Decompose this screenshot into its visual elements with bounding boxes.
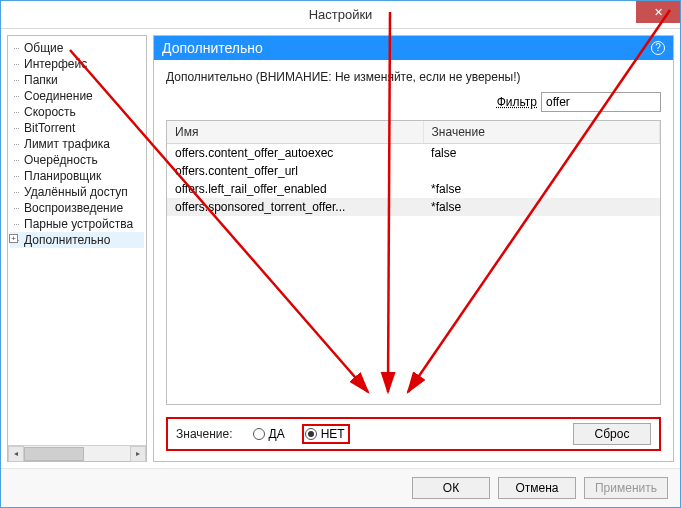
dialog-footer: ОК Отмена Применить — [1, 468, 680, 507]
table-row[interactable]: offers.content_offer_autoexecfalse — [167, 144, 660, 163]
radio-yes-label: ДА — [269, 427, 285, 441]
expand-icon[interactable]: + — [9, 234, 18, 243]
radio-no-label: НЕТ — [321, 427, 345, 441]
cell-name: offers.content_offer_autoexec — [167, 144, 423, 163]
sidebar-item[interactable]: Папки — [10, 72, 144, 88]
panel-header: Дополнительно ? — [154, 36, 673, 60]
help-icon[interactable]: ? — [651, 41, 665, 55]
cell-value: *false — [423, 180, 659, 198]
radio-circle-icon — [253, 428, 265, 440]
table-row[interactable]: offers.left_rail_offer_enabled*false — [167, 180, 660, 198]
radio-no[interactable]: НЕТ — [305, 427, 347, 441]
column-name[interactable]: Имя — [167, 121, 423, 144]
reset-button[interactable]: Сброс — [573, 423, 651, 445]
close-icon: ✕ — [654, 6, 663, 19]
value-row: Значение: ДА НЕТ Сброс — [166, 417, 661, 451]
titlebar: Настройки ✕ — [1, 1, 680, 29]
apply-button[interactable]: Применить — [584, 477, 668, 499]
radio-yes[interactable]: ДА — [253, 427, 285, 441]
sidebar-item[interactable]: Воспроизведение — [10, 200, 144, 216]
cell-name: offers.content_offer_url — [167, 162, 423, 180]
sidebar: ОбщиеИнтерфейсПапкиСоединениеСкоростьBit… — [7, 35, 147, 462]
sidebar-item[interactable]: Удалённый доступ — [10, 184, 144, 200]
cell-value: *false — [423, 198, 659, 216]
settings-table: Имя Значение offers.content_offer_autoex… — [166, 120, 661, 405]
sidebar-item[interactable]: Общие — [10, 40, 144, 56]
table-row[interactable]: offers.sponsored_torrent_offer...*false — [167, 198, 660, 216]
filter-label: Фильтр — [497, 95, 537, 109]
sidebar-scrollbar[interactable]: ◂ ▸ — [8, 445, 146, 461]
scroll-left-icon[interactable]: ◂ — [8, 446, 24, 462]
filter-input[interactable] — [541, 92, 661, 112]
cell-value — [423, 162, 659, 180]
value-label: Значение: — [176, 427, 233, 441]
sidebar-item[interactable]: Скорость — [10, 104, 144, 120]
main-panel: Дополнительно ? Дополнительно (ВНИМАНИЕ:… — [153, 35, 674, 462]
sidebar-item[interactable]: Планировщик — [10, 168, 144, 184]
sidebar-item[interactable]: Интерфейс — [10, 56, 144, 72]
cell-name: offers.left_rail_offer_enabled — [167, 180, 423, 198]
cell-name: offers.sponsored_torrent_offer... — [167, 198, 423, 216]
category-tree: ОбщиеИнтерфейсПапкиСоединениеСкоростьBit… — [8, 36, 146, 445]
scroll-thumb[interactable] — [24, 447, 84, 461]
ok-button[interactable]: ОК — [412, 477, 490, 499]
sidebar-item[interactable]: Дополнительно+ — [10, 232, 144, 248]
sidebar-item[interactable]: Парные устройства — [10, 216, 144, 232]
sidebar-item[interactable]: Лимит трафика — [10, 136, 144, 152]
sidebar-item[interactable]: BitTorrent — [10, 120, 144, 136]
warning-text: Дополнительно (ВНИМАНИЕ: Не изменяйте, е… — [166, 70, 661, 84]
column-value[interactable]: Значение — [423, 121, 659, 144]
table-row[interactable]: offers.content_offer_url — [167, 162, 660, 180]
sidebar-item[interactable]: Соединение — [10, 88, 144, 104]
sidebar-item[interactable]: Очерёдность — [10, 152, 144, 168]
close-button[interactable]: ✕ — [636, 1, 680, 23]
scroll-right-icon[interactable]: ▸ — [130, 446, 146, 462]
cell-value: false — [423, 144, 659, 163]
radio-circle-icon — [305, 428, 317, 440]
panel-title: Дополнительно — [162, 40, 263, 56]
cancel-button[interactable]: Отмена — [498, 477, 576, 499]
window-title: Настройки — [309, 7, 373, 22]
